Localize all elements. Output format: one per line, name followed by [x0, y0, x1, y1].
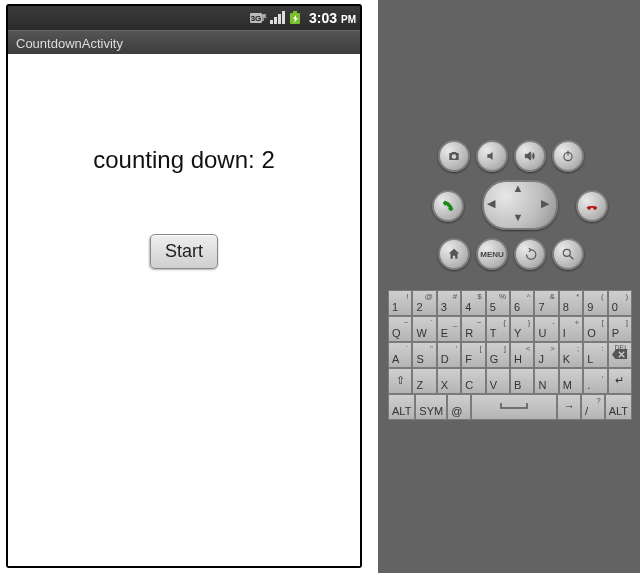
battery-charging-icon: [288, 11, 304, 25]
key-w[interactable]: W`: [412, 316, 436, 342]
hardware-keyboard: 1!2@3#4$5%6^7&8*9(0)Q~W`E_R−T{Y}U‑I+O[P]…: [388, 290, 632, 420]
activity-title-bar: CountdownActivity: [8, 30, 360, 56]
key-.[interactable]: .,: [583, 368, 607, 394]
end-call-button[interactable]: [576, 190, 608, 222]
signal-bars-icon: [270, 11, 286, 25]
key-b[interactable]: B: [510, 368, 534, 394]
svg-rect-2: [270, 20, 273, 24]
back-button[interactable]: [514, 238, 546, 270]
key-c[interactable]: C: [461, 368, 485, 394]
emulator-hardware-panel: ▲ ▼ ◀ ▶ MENU 1!2@3#4$5%6^7&8*9(0)Q~W`E_R…: [378, 0, 640, 573]
svg-text:3G: 3G: [251, 14, 262, 23]
call-button[interactable]: [432, 190, 464, 222]
key-f[interactable]: F[: [461, 342, 485, 368]
key-5[interactable]: 5%: [486, 290, 510, 316]
key-sym[interactable]: SYM: [415, 394, 447, 420]
key-r[interactable]: R−: [461, 316, 485, 342]
svg-rect-7: [293, 11, 297, 13]
key-z[interactable]: Z: [412, 368, 436, 394]
dpad-left-button[interactable]: ◀: [487, 198, 495, 209]
key-⇧[interactable]: ⇧: [388, 368, 412, 394]
key-o[interactable]: O[: [583, 316, 607, 342]
key-h[interactable]: H<: [510, 342, 534, 368]
status-bar: 3G 3:03 PM: [8, 6, 360, 30]
key-alt[interactable]: ALT: [388, 394, 415, 420]
key-/[interactable]: /?: [581, 394, 605, 420]
volume-up-button[interactable]: [514, 140, 546, 172]
svg-rect-5: [282, 11, 285, 24]
start-button[interactable]: Start: [150, 234, 218, 269]
key-0[interactable]: 0): [608, 290, 632, 316]
key-l[interactable]: L:: [583, 342, 607, 368]
menu-button[interactable]: MENU: [476, 238, 508, 270]
activity-title: CountdownActivity: [16, 36, 123, 51]
svg-line-11: [570, 256, 574, 260]
home-button[interactable]: [438, 238, 470, 270]
camera-button[interactable]: [438, 140, 470, 172]
volume-down-button[interactable]: [476, 140, 508, 172]
key-7[interactable]: 7&: [534, 290, 558, 316]
key-e[interactable]: E_: [437, 316, 461, 342]
power-button[interactable]: [552, 140, 584, 172]
key-u[interactable]: U‑: [534, 316, 558, 342]
search-button[interactable]: [552, 238, 584, 270]
space-key[interactable]: [471, 394, 557, 420]
delete-key[interactable]: DEL: [608, 342, 632, 368]
svg-rect-9: [567, 151, 568, 156]
key-↵[interactable]: ↵: [608, 368, 632, 394]
key-v[interactable]: V: [486, 368, 510, 394]
svg-rect-4: [278, 14, 281, 24]
key-→[interactable]: →: [557, 394, 581, 420]
dpad-down-button[interactable]: ▼: [513, 212, 524, 223]
key-x[interactable]: X: [437, 368, 461, 394]
key-a[interactable]: A´: [388, 342, 412, 368]
dpad: ▲ ▼ ◀ ▶: [482, 180, 554, 226]
key-y[interactable]: Y}: [510, 316, 534, 342]
key-3[interactable]: 3#: [437, 290, 461, 316]
key-j[interactable]: J>: [534, 342, 558, 368]
key-m[interactable]: M: [559, 368, 583, 394]
key-q[interactable]: Q~: [388, 316, 412, 342]
svg-point-10: [563, 249, 570, 256]
android-device-frame: 3G 3:03 PM CountdownActivity: [6, 4, 362, 568]
key-8[interactable]: 8*: [559, 290, 583, 316]
key-p[interactable]: P]: [608, 316, 632, 342]
dpad-up-button[interactable]: ▲: [513, 183, 524, 194]
key-@[interactable]: @: [447, 394, 471, 420]
key-1[interactable]: 1!: [388, 290, 412, 316]
key-s[interactable]: S": [412, 342, 436, 368]
key-i[interactable]: I+: [559, 316, 583, 342]
network-3g-icon: 3G: [250, 11, 268, 25]
key-n[interactable]: N: [534, 368, 558, 394]
key-k[interactable]: K;: [559, 342, 583, 368]
app-content-area: counting down: 2 Start: [8, 54, 360, 566]
key-2[interactable]: 2@: [412, 290, 436, 316]
clock-time: 3:03 PM: [309, 10, 356, 26]
key-9[interactable]: 9(: [583, 290, 607, 316]
key-g[interactable]: G]: [486, 342, 510, 368]
key-6[interactable]: 6^: [510, 290, 534, 316]
key-d[interactable]: D': [437, 342, 461, 368]
key-4[interactable]: 4$: [461, 290, 485, 316]
countdown-text: counting down: 2: [8, 146, 360, 174]
svg-rect-3: [274, 17, 277, 24]
dpad-right-button[interactable]: ▶: [541, 198, 549, 209]
key-alt[interactable]: ALT: [605, 394, 632, 420]
key-t[interactable]: T{: [486, 316, 510, 342]
